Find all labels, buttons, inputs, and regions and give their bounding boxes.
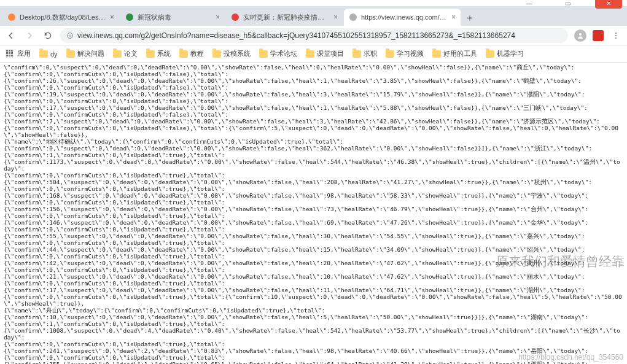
- bookmark-label: 教程: [190, 49, 204, 58]
- bookmark-label: 投稿系统: [224, 49, 251, 58]
- browser-tab[interactable]: https://view.inews.qq.com/g2/×: [344, 9, 461, 26]
- svg-point-8: [615, 32, 617, 33]
- bookmark-item[interactable]: 应用: [6, 49, 31, 58]
- svg-point-6: [69, 33, 70, 34]
- favicon: [125, 13, 134, 21]
- window-minimize[interactable]: —: [519, 0, 540, 9]
- browser-tab[interactable]: 实时更新：新冠肺炎疫情最新动×: [226, 9, 343, 26]
- svg-point-0: [8, 14, 15, 21]
- url-field[interactable]: view.inews.qq.com/g2/getOnsInfo?name=dis…: [60, 28, 568, 43]
- tab-title: 新冠状病毒: [138, 13, 212, 22]
- bookmark-item[interactable]: dy: [39, 50, 58, 58]
- bookmark-item[interactable]: 学术论坛: [259, 49, 297, 58]
- json-response-body[interactable]: \"confirm\":0,\"suspect\":0,\"dead\":0,\…: [0, 63, 627, 364]
- url-text: view.inews.qq.com/g2/getOnsInfo?name=dis…: [77, 31, 515, 40]
- tab-close[interactable]: ×: [333, 13, 338, 21]
- folder-icon: [259, 50, 268, 58]
- window-titlebar: — ▭ ✕: [0, 0, 627, 6]
- bookmark-item[interactable]: 论文: [113, 49, 138, 58]
- folder-icon: [113, 50, 122, 58]
- folder-icon: [352, 50, 361, 58]
- bookmarks-bar: 应用dy解决问题论文系统教程投稿系统学术论坛课堂项目求职学习视频好用的工具机器学…: [0, 45, 627, 63]
- extension-icon[interactable]: [593, 30, 604, 41]
- tab-close[interactable]: ×: [216, 13, 220, 21]
- tab-title: Desktop/8.数据/day08/Lesson: [20, 13, 106, 22]
- folder-icon: [212, 50, 221, 58]
- bookmark-label: 机器学习: [497, 49, 524, 58]
- address-bar-row: view.inews.qq.com/g2/getOnsInfo?name=dis…: [0, 26, 627, 45]
- bookmark-label: 论文: [124, 49, 138, 58]
- nav-forward[interactable]: [23, 29, 36, 42]
- tab-title: 实时更新：新冠肺炎疫情最新动: [243, 13, 330, 22]
- bookmark-label: 求职: [364, 49, 377, 58]
- favicon: [231, 13, 240, 21]
- window-close[interactable]: ✕: [595, 0, 622, 9]
- svg-point-9: [615, 35, 617, 36]
- svg-rect-5: [70, 35, 71, 37]
- bookmark-item[interactable]: 好用的工具: [432, 49, 477, 58]
- bookmark-label: 应用: [17, 49, 31, 58]
- profile-avatar[interactable]: [574, 29, 586, 42]
- bookmark-label: 学术论坛: [270, 49, 297, 58]
- browser-tab[interactable]: Desktop/8.数据/day08/Lesson×: [2, 9, 119, 26]
- bookmark-item[interactable]: 课堂项目: [306, 49, 344, 58]
- apps-icon: [6, 50, 15, 58]
- browser-tab[interactable]: 新冠状病毒×: [120, 9, 225, 26]
- bookmark-item[interactable]: 系统: [146, 49, 171, 58]
- folder-icon: [432, 50, 441, 58]
- folder-icon: [146, 50, 155, 58]
- site-info-icon[interactable]: [66, 32, 74, 39]
- folder-icon: [179, 50, 188, 58]
- bookmark-item[interactable]: 机器学习: [486, 49, 524, 58]
- bookmark-label: 课堂项目: [317, 49, 344, 58]
- bookmark-item[interactable]: 教程: [179, 49, 204, 58]
- bookmark-label: 学习视频: [397, 49, 424, 58]
- folder-icon: [66, 50, 75, 58]
- tab-title: https://view.inews.qq.com/g2/: [361, 14, 448, 21]
- svg-point-3: [349, 14, 357, 21]
- new-tab-button[interactable]: ＋: [462, 10, 478, 26]
- bookmark-label: dy: [50, 50, 58, 58]
- bookmark-label: 系统: [157, 49, 171, 58]
- folder-icon: [386, 50, 394, 58]
- folder-icon: [486, 50, 494, 58]
- svg-point-10: [615, 37, 617, 39]
- bookmark-label: 好用的工具: [443, 49, 477, 58]
- tab-close[interactable]: ×: [110, 13, 114, 21]
- bookmark-label: 解决问题: [77, 49, 104, 58]
- tab-close[interactable]: ×: [451, 13, 456, 21]
- bookmark-item[interactable]: 投稿系统: [212, 49, 251, 58]
- svg-point-7: [579, 33, 582, 36]
- tab-strip: Desktop/8.数据/day08/Lesson×新冠状病毒×实时更新：新冠肺…: [0, 6, 627, 26]
- window-maximize[interactable]: ▭: [557, 0, 578, 9]
- bookmark-item[interactable]: 学习视频: [386, 49, 424, 58]
- bookmark-item[interactable]: 求职: [352, 49, 377, 58]
- nav-reload[interactable]: [42, 29, 54, 42]
- page-viewport[interactable]: \"confirm\":0,\"suspect\":0,\"dead\":0,\…: [0, 63, 627, 364]
- folder-icon: [306, 50, 314, 58]
- svg-point-2: [232, 14, 239, 21]
- favicon: [349, 13, 357, 21]
- nav-back[interactable]: [5, 29, 17, 42]
- favicon: [7, 13, 16, 21]
- bookmark-item[interactable]: 解决问题: [66, 49, 104, 58]
- menu-icon[interactable]: [610, 29, 622, 42]
- folder-icon: [39, 50, 48, 58]
- svg-point-1: [126, 14, 133, 21]
